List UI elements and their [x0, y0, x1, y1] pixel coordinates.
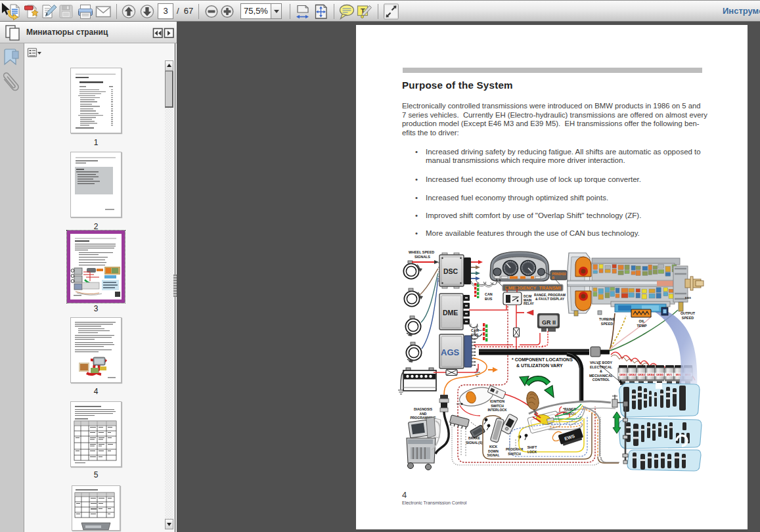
- svg-text:RELAY: RELAY: [524, 302, 535, 305]
- svg-text:SPEED: SPEED: [601, 322, 613, 326]
- svg-text:GKB2: GKB2: [629, 373, 637, 376]
- svg-text:WHEEL SPEED: WHEEL SPEED: [409, 250, 434, 254]
- svg-text:SIGNAL: SIGNAL: [487, 453, 500, 457]
- svg-text:CAN: CAN: [471, 328, 479, 332]
- svg-text:SIGNALS: SIGNALS: [414, 255, 430, 259]
- svg-text:INTERLOCK: INTERLOCK: [487, 408, 507, 412]
- svg-text:SWITCH: SWITCH: [491, 404, 504, 408]
- svg-text:LOCK: LOCK: [527, 450, 537, 454]
- svg-text:SWITCH: SWITCH: [508, 452, 521, 456]
- svg-text:GR II: GR II: [542, 319, 556, 326]
- svg-text:*RANGE: *RANGE: [563, 407, 577, 411]
- svg-text:DC/M: DC/M: [524, 295, 531, 298]
- svg-text:CONTROL: CONTROL: [592, 378, 610, 382]
- svg-text:MAIN: MAIN: [524, 299, 532, 302]
- svg-text:EMERGENCY TRANSMI: EMERGENCY TRANSMI: [505, 285, 561, 291]
- svg-text:GKB5: GKB5: [656, 373, 664, 376]
- svg-text:DOWN: DOWN: [488, 449, 499, 453]
- svg-text:* COMPONENT LOCATIONS: * COMPONENT LOCATIONS: [512, 357, 573, 362]
- svg-text:BUS: BUS: [485, 297, 493, 301]
- svg-text:GKB3: GKB3: [638, 373, 646, 376]
- svg-text:GKB4: GKB4: [647, 373, 655, 376]
- svg-text:TURBINE: TURBINE: [599, 317, 615, 321]
- svg-text:KICK: KICK: [489, 445, 498, 449]
- svg-text:OUTPUT: OUTPUT: [681, 311, 696, 315]
- svg-text:DIAGNOSIS: DIAGNOSIS: [414, 407, 433, 411]
- svg-text:E46S: E46S: [685, 297, 691, 299]
- svg-text:AND: AND: [420, 412, 427, 416]
- svg-text:&: &: [600, 369, 602, 373]
- svg-text:SPEED: SPEED: [682, 316, 694, 320]
- svg-text:VALVE BODY: VALVE BODY: [590, 361, 613, 365]
- svg-text:CAN: CAN: [485, 292, 493, 296]
- svg-text:PRND432: PRND432: [552, 273, 566, 276]
- svg-text:IGNITION: IGNITION: [490, 399, 505, 403]
- svg-text:& UTILIZATION VARY: & UTILIZATION VARY: [516, 363, 563, 368]
- svg-text:MV1: MV1: [667, 373, 673, 376]
- svg-text:GKB1: GKB1: [619, 373, 627, 376]
- svg-text:& FAULT DISPLAY: & FAULT DISPLAY: [535, 297, 565, 301]
- svg-text:BUS: BUS: [471, 333, 479, 337]
- svg-text:OIL: OIL: [639, 319, 646, 323]
- svg-text:TEMP: TEMP: [637, 324, 647, 328]
- svg-text:DSC: DSC: [443, 267, 458, 275]
- svg-text:MECHANICAL: MECHANICAL: [589, 374, 614, 378]
- svg-text:ELECTRICAL: ELECTRICAL: [590, 365, 613, 369]
- svg-text:SHIFT: SHIFT: [527, 445, 537, 449]
- svg-text:BRAKE: BRAKE: [468, 436, 480, 440]
- svg-text:AGS: AGS: [441, 347, 460, 357]
- svg-text:SIGNAL(S): SIGNAL(S): [466, 441, 483, 445]
- svg-text:DME: DME: [443, 309, 458, 317]
